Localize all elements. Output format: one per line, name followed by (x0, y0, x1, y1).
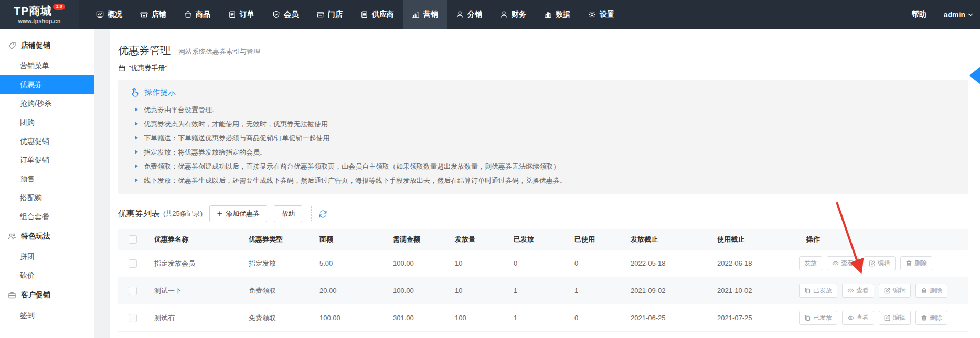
action-button-删除[interactable]: 删除 (915, 311, 947, 325)
row-checkbox[interactable] (129, 314, 137, 322)
topbar-divider (935, 10, 935, 19)
nav-item-营销[interactable]: 营销 (403, 0, 447, 29)
help-button[interactable]: 帮助 (274, 205, 302, 222)
tip-item: 免费领取：优惠券创建成功以后，直接显示在前台优惠券领取页，由会员自主领取（如果领… (130, 159, 957, 173)
caret-down-icon (967, 12, 974, 18)
coupon-table: 优惠券名称优惠券类型面额需满金额发放量已发放已使用发放截止使用截止操作 指定发放… (118, 229, 968, 338)
nav-item-商品[interactable]: 商品 (175, 0, 219, 29)
sidebar-item-签到[interactable]: 签到 (0, 306, 94, 324)
nav-item-财务[interactable]: 财务 (491, 0, 535, 29)
trash-icon (906, 260, 912, 267)
select-all-checkbox[interactable] (129, 235, 137, 244)
overview-icon (96, 10, 104, 18)
action-button-查看[interactable]: 查看 (842, 284, 874, 298)
distribution-icon (456, 10, 464, 18)
tip-text: 优惠券状态为有效时，才能使用，无效时，优惠券无法被使用 (144, 119, 328, 128)
top-bar: TP商城 3.0 www.tpshop.cn 概况店铺商品订单会员门店供应商营销… (0, 0, 980, 29)
nav-item-会员[interactable]: 会员 (263, 0, 307, 29)
sidebar-item-优惠券[interactable]: 优惠券 (0, 75, 94, 94)
corner-flag-icon[interactable] (968, 67, 980, 84)
refresh-button[interactable] (318, 210, 327, 219)
sidebar-group-店铺促销[interactable]: 店铺促销 (0, 35, 94, 56)
sidebar-item-优惠促销[interactable]: 优惠促销 (0, 132, 94, 150)
nav-item-订单[interactable]: 订单 (219, 0, 263, 29)
cell-issue_end: 2021-09-02 (623, 287, 710, 295)
action-button-查看[interactable]: 查看 (827, 256, 859, 270)
help-link[interactable]: 帮助 (912, 10, 926, 19)
shop-icon (140, 10, 148, 18)
sidebar-item-预售[interactable]: 预售 (0, 169, 94, 188)
column-header-已使用: 已使用 (567, 235, 623, 244)
action-label: 删除 (914, 259, 927, 268)
column-header-发放截止: 发放截止 (623, 235, 710, 244)
sidebar-item-砍价[interactable]: 砍价 (0, 266, 94, 285)
row-checkbox[interactable] (129, 287, 137, 295)
sidebar-item-搭配购[interactable]: 搭配购 (0, 188, 94, 207)
nav-item-门店[interactable]: 门店 (307, 0, 351, 29)
calendar-icon (118, 64, 125, 72)
action-label: 查看 (856, 286, 869, 295)
add-coupon-button[interactable]: 添加优惠券 (209, 205, 267, 222)
nav-item-分销[interactable]: 分销 (447, 0, 491, 29)
sidebar-item-营销菜单[interactable]: 营销菜单 (0, 56, 94, 75)
user-menu[interactable]: admin (944, 10, 974, 19)
username: admin (944, 10, 965, 19)
cell-name: 测试一下 (147, 286, 241, 296)
eye-icon (847, 314, 854, 321)
add-coupon-label: 添加优惠券 (226, 209, 260, 219)
nav-item-label: 营销 (423, 10, 438, 19)
goods-icon (184, 10, 192, 18)
bullet-arrow-icon (135, 150, 138, 154)
cell-type: 免费领取 (241, 286, 312, 296)
sidebar-item-抢购/秒杀[interactable]: 抢购/秒杀 (0, 94, 94, 113)
action-button-编辑[interactable]: 编辑 (879, 284, 911, 298)
data-icon (544, 10, 552, 18)
nav-item-数据[interactable]: 数据 (535, 0, 579, 29)
cell-used: 0 (567, 314, 623, 322)
logo[interactable]: TP商城 3.0 www.tpshop.cn (0, 0, 79, 29)
help-button-label: 帮助 (281, 209, 295, 219)
marketing-icon (412, 10, 420, 18)
edit-icon (869, 260, 876, 267)
sidebar-item-团购[interactable]: 团购 (0, 113, 94, 132)
nav-item-店铺[interactable]: 店铺 (131, 0, 175, 29)
cell-issue_end: 2021-06-25 (623, 314, 710, 322)
action-button-已发放[interactable]: 已发放 (799, 284, 837, 298)
sidebar-item-订单促销[interactable]: 订单促销 (0, 150, 94, 169)
sidebar-group-客户促销[interactable]: 客户促销 (0, 285, 94, 306)
hand-pointer-icon (130, 88, 140, 97)
edit-icon (884, 314, 891, 321)
people-icon (8, 232, 16, 241)
action-button-发放[interactable]: 发放 (799, 256, 822, 270)
tip-text: 下单赠送：下单赠送优惠券必须与商品促销/订单促销一起使用 (144, 134, 330, 143)
table-body: 指定发放会员指定发放5.00100.0010002022-05-182022-0… (118, 250, 968, 338)
action-button-已发放[interactable]: 已发放 (799, 311, 837, 325)
sidebar-item-拼团[interactable]: 拼团 (0, 247, 94, 266)
action-button-编辑[interactable]: 编辑 (864, 256, 896, 270)
nav-item-概况[interactable]: 概况 (87, 0, 131, 29)
nav-item-label: 店铺 (152, 10, 166, 19)
action-button-编辑[interactable]: 编辑 (879, 311, 911, 325)
tip-item: 线下发放：优惠券生成以后，还需要生成线下券码，然后通过广告页，海报等线下手段发放… (130, 173, 957, 188)
cell-use_end: 2022-06-18 (710, 259, 799, 267)
action-button-删除[interactable]: 删除 (915, 284, 947, 298)
action-button-删除[interactable]: 删除 (900, 256, 932, 270)
row-actions: 已发放查看编辑删除 (799, 311, 968, 325)
sidebar-group-特色玩法[interactable]: 特色玩法 (0, 226, 94, 247)
cell-min: 100.00 (386, 287, 448, 295)
sidebar-item-组合套餐[interactable]: 组合套餐 (0, 207, 94, 226)
manual-link[interactable]: "优惠券手册" (129, 63, 167, 73)
cell-amount: 5.00 (312, 259, 386, 267)
table-row: 店铺等级发给下单赠送100.00300.00100002021-07-25202… (118, 332, 968, 338)
nav-item-供应商[interactable]: 供应商 (351, 0, 403, 29)
page-title: 优惠券管理 (118, 43, 171, 58)
row-checkbox[interactable] (129, 259, 137, 268)
promo-tag-icon (8, 41, 16, 50)
cell-issued: 1 (506, 287, 567, 295)
nav-item-设置[interactable]: 设置 (579, 0, 623, 29)
tip-list: 优惠券由平台设置管理.优惠券状态为有效时，才能使用，无效时，优惠券无法被使用下单… (130, 103, 957, 188)
action-button-查看[interactable]: 查看 (842, 311, 874, 325)
cell-name: 指定发放会员 (147, 259, 241, 268)
tip-box: 操作提示 优惠券由平台设置管理.优惠券状态为有效时，才能使用，无效时，优惠券无法… (118, 80, 968, 194)
nav-item-label: 商品 (196, 10, 210, 19)
